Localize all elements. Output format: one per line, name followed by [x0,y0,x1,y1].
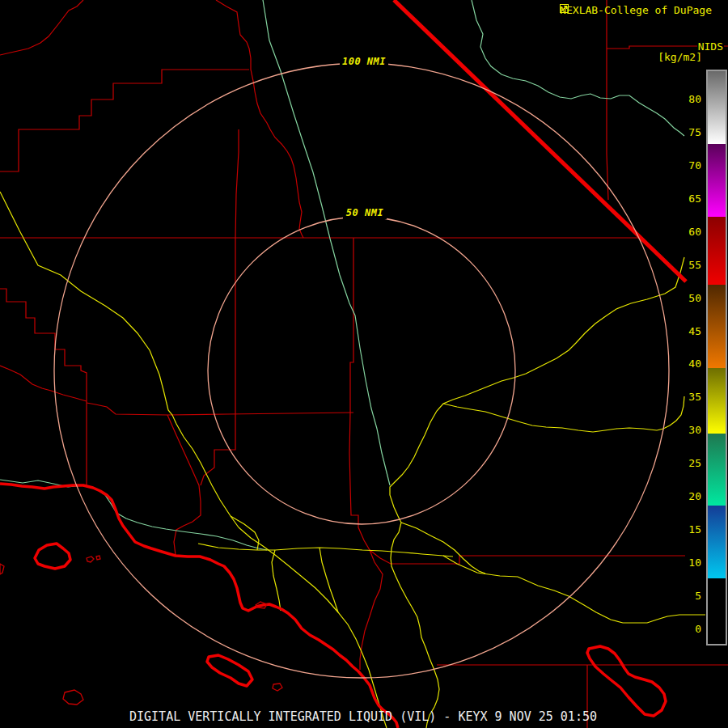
range-ring-100-label: 100 NMI [340,55,388,68]
range-rings [54,63,669,678]
colorbar-tick: 35 [680,391,701,404]
colorbar-tick: 65 [680,193,701,205]
external-link-icon [716,6,725,15]
colorbar-tick: 5 [680,590,701,603]
colorbar-tick: 55 [680,259,701,272]
colorbar-tick: 50 [680,292,701,305]
colorbar-tick: 15 [680,523,701,536]
colorbar-tick: 20 [680,490,701,503]
colorbar-segment-orange [708,285,726,368]
colorbar-segment-magenta [708,144,726,217]
colorbar-tick: 60 [680,226,701,239]
colorbar-tick: 40 [680,358,701,370]
colorbar-tick-labels: 80757065605550454035302520151050 [680,0,701,728]
colorbar-tick: 25 [680,457,701,470]
colorbar-tick: 45 [680,325,701,338]
colorbar-tick: 70 [680,159,701,172]
colorbar-segment-blue [708,506,726,578]
island-san-clemente [587,646,666,716]
coastline [0,484,398,728]
state-border-line [394,0,686,281]
colorbar-segment-green [708,434,726,506]
colorbar-tick: 75 [680,126,701,139]
islet [0,564,4,574]
island-santa-cruz [35,544,70,569]
range-ring-50-label: 50 NMI [343,206,387,219]
rivers [0,0,684,550]
colorbar-tick: 0 [680,623,701,636]
range-ring-50 [208,217,515,524]
range-ring-100 [54,63,669,678]
county-borders [0,0,728,728]
islet [96,556,100,560]
colorbar-segment-gray [708,71,726,144]
colorbar-segment-yellow [708,368,726,434]
colorbar [706,70,727,645]
colorbar-tick: 10 [680,557,701,569]
islet [87,557,94,562]
colorbar-tick: 30 [680,424,701,437]
product-title: DIGITAL VERTICALLY INTEGRATED LIQUID (VI… [129,709,597,724]
colorbar-segment-red [708,217,726,285]
colorbar-segment-black [708,578,726,644]
radar-display: NEXLAB-College of DuPage NIDS [kg/m2] 10… [0,0,728,728]
island-santa-barbara [63,690,83,705]
island-catalina [207,655,252,686]
colorbar-tick: 80 [680,93,701,106]
islet [273,684,282,691]
map-canvas [0,0,728,728]
